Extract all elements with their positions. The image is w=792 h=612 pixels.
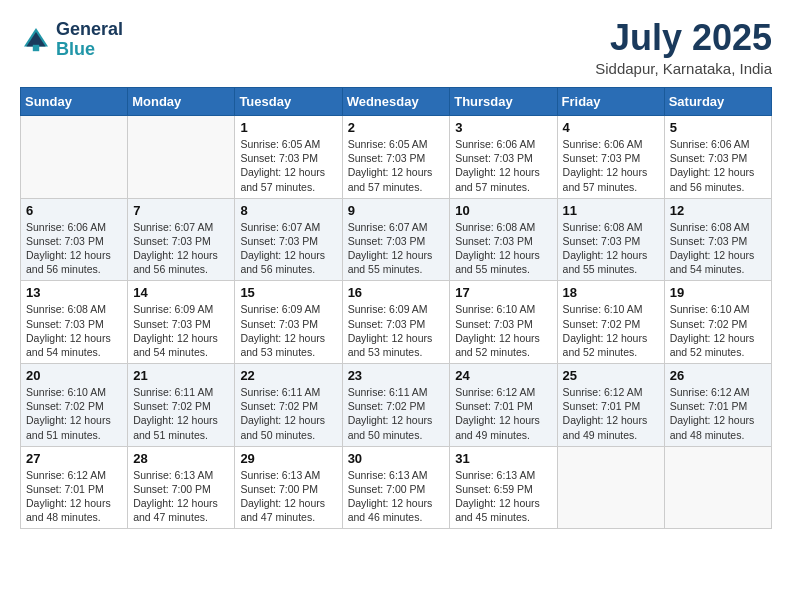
- calendar-day-header: Tuesday: [235, 88, 342, 116]
- calendar-week-row: 27Sunrise: 6:12 AM Sunset: 7:01 PM Dayli…: [21, 446, 772, 529]
- day-number: 23: [348, 368, 445, 383]
- calendar-day-cell: 18Sunrise: 6:10 AM Sunset: 7:02 PM Dayli…: [557, 281, 664, 364]
- calendar-day-cell: 31Sunrise: 6:13 AM Sunset: 6:59 PM Dayli…: [450, 446, 557, 529]
- svg-rect-2: [33, 45, 39, 51]
- calendar-day-header: Thursday: [450, 88, 557, 116]
- calendar-day-cell: 27Sunrise: 6:12 AM Sunset: 7:01 PM Dayli…: [21, 446, 128, 529]
- day-info: Sunrise: 6:08 AM Sunset: 7:03 PM Dayligh…: [670, 220, 766, 277]
- calendar-day-cell: 9Sunrise: 6:07 AM Sunset: 7:03 PM Daylig…: [342, 198, 450, 281]
- calendar-day-header: Sunday: [21, 88, 128, 116]
- calendar-day-cell: 16Sunrise: 6:09 AM Sunset: 7:03 PM Dayli…: [342, 281, 450, 364]
- day-info: Sunrise: 6:13 AM Sunset: 7:00 PM Dayligh…: [240, 468, 336, 525]
- calendar-day-cell: 14Sunrise: 6:09 AM Sunset: 7:03 PM Dayli…: [128, 281, 235, 364]
- day-info: Sunrise: 6:09 AM Sunset: 7:03 PM Dayligh…: [133, 302, 229, 359]
- day-info: Sunrise: 6:08 AM Sunset: 7:03 PM Dayligh…: [563, 220, 659, 277]
- calendar-day-cell: 15Sunrise: 6:09 AM Sunset: 7:03 PM Dayli…: [235, 281, 342, 364]
- day-info: Sunrise: 6:12 AM Sunset: 7:01 PM Dayligh…: [455, 385, 551, 442]
- calendar-day-cell: 21Sunrise: 6:11 AM Sunset: 7:02 PM Dayli…: [128, 364, 235, 447]
- calendar-week-row: 1Sunrise: 6:05 AM Sunset: 7:03 PM Daylig…: [21, 116, 772, 199]
- day-info: Sunrise: 6:10 AM Sunset: 7:03 PM Dayligh…: [455, 302, 551, 359]
- calendar-day-cell: 19Sunrise: 6:10 AM Sunset: 7:02 PM Dayli…: [664, 281, 771, 364]
- logo: General Blue: [20, 20, 123, 60]
- calendar-day-cell: [557, 446, 664, 529]
- day-info: Sunrise: 6:09 AM Sunset: 7:03 PM Dayligh…: [348, 302, 445, 359]
- calendar-day-cell: 1Sunrise: 6:05 AM Sunset: 7:03 PM Daylig…: [235, 116, 342, 199]
- day-number: 26: [670, 368, 766, 383]
- calendar-day-header: Saturday: [664, 88, 771, 116]
- calendar-header-row: SundayMondayTuesdayWednesdayThursdayFrid…: [21, 88, 772, 116]
- day-number: 1: [240, 120, 336, 135]
- day-info: Sunrise: 6:11 AM Sunset: 7:02 PM Dayligh…: [348, 385, 445, 442]
- day-number: 24: [455, 368, 551, 383]
- day-number: 17: [455, 285, 551, 300]
- month-year-title: July 2025: [595, 20, 772, 56]
- calendar-day-cell: 12Sunrise: 6:08 AM Sunset: 7:03 PM Dayli…: [664, 198, 771, 281]
- day-number: 31: [455, 451, 551, 466]
- calendar-day-cell: 17Sunrise: 6:10 AM Sunset: 7:03 PM Dayli…: [450, 281, 557, 364]
- day-number: 7: [133, 203, 229, 218]
- calendar-day-cell: 3Sunrise: 6:06 AM Sunset: 7:03 PM Daylig…: [450, 116, 557, 199]
- day-info: Sunrise: 6:07 AM Sunset: 7:03 PM Dayligh…: [240, 220, 336, 277]
- day-number: 9: [348, 203, 445, 218]
- day-number: 27: [26, 451, 122, 466]
- calendar-day-cell: 13Sunrise: 6:08 AM Sunset: 7:03 PM Dayli…: [21, 281, 128, 364]
- day-number: 20: [26, 368, 122, 383]
- calendar-day-cell: 8Sunrise: 6:07 AM Sunset: 7:03 PM Daylig…: [235, 198, 342, 281]
- day-info: Sunrise: 6:13 AM Sunset: 7:00 PM Dayligh…: [348, 468, 445, 525]
- day-number: 16: [348, 285, 445, 300]
- day-number: 3: [455, 120, 551, 135]
- day-number: 14: [133, 285, 229, 300]
- day-number: 6: [26, 203, 122, 218]
- day-info: Sunrise: 6:13 AM Sunset: 7:00 PM Dayligh…: [133, 468, 229, 525]
- day-number: 2: [348, 120, 445, 135]
- calendar-day-cell: 6Sunrise: 6:06 AM Sunset: 7:03 PM Daylig…: [21, 198, 128, 281]
- day-info: Sunrise: 6:11 AM Sunset: 7:02 PM Dayligh…: [133, 385, 229, 442]
- day-number: 22: [240, 368, 336, 383]
- day-info: Sunrise: 6:06 AM Sunset: 7:03 PM Dayligh…: [26, 220, 122, 277]
- calendar-day-cell: 4Sunrise: 6:06 AM Sunset: 7:03 PM Daylig…: [557, 116, 664, 199]
- day-info: Sunrise: 6:10 AM Sunset: 7:02 PM Dayligh…: [670, 302, 766, 359]
- calendar-day-cell: [664, 446, 771, 529]
- day-info: Sunrise: 6:13 AM Sunset: 6:59 PM Dayligh…: [455, 468, 551, 525]
- day-info: Sunrise: 6:07 AM Sunset: 7:03 PM Dayligh…: [348, 220, 445, 277]
- day-info: Sunrise: 6:06 AM Sunset: 7:03 PM Dayligh…: [563, 137, 659, 194]
- location-subtitle: Siddapur, Karnataka, India: [595, 60, 772, 77]
- day-info: Sunrise: 6:08 AM Sunset: 7:03 PM Dayligh…: [455, 220, 551, 277]
- day-number: 18: [563, 285, 659, 300]
- calendar-day-cell: 23Sunrise: 6:11 AM Sunset: 7:02 PM Dayli…: [342, 364, 450, 447]
- calendar-day-cell: 30Sunrise: 6:13 AM Sunset: 7:00 PM Dayli…: [342, 446, 450, 529]
- calendar-week-row: 20Sunrise: 6:10 AM Sunset: 7:02 PM Dayli…: [21, 364, 772, 447]
- day-info: Sunrise: 6:10 AM Sunset: 7:02 PM Dayligh…: [26, 385, 122, 442]
- calendar-week-row: 6Sunrise: 6:06 AM Sunset: 7:03 PM Daylig…: [21, 198, 772, 281]
- day-info: Sunrise: 6:12 AM Sunset: 7:01 PM Dayligh…: [563, 385, 659, 442]
- day-info: Sunrise: 6:12 AM Sunset: 7:01 PM Dayligh…: [26, 468, 122, 525]
- day-info: Sunrise: 6:11 AM Sunset: 7:02 PM Dayligh…: [240, 385, 336, 442]
- day-number: 25: [563, 368, 659, 383]
- calendar-day-header: Friday: [557, 88, 664, 116]
- calendar-day-cell: 22Sunrise: 6:11 AM Sunset: 7:02 PM Dayli…: [235, 364, 342, 447]
- title-block: July 2025 Siddapur, Karnataka, India: [595, 20, 772, 77]
- calendar-day-cell: 5Sunrise: 6:06 AM Sunset: 7:03 PM Daylig…: [664, 116, 771, 199]
- calendar-week-row: 13Sunrise: 6:08 AM Sunset: 7:03 PM Dayli…: [21, 281, 772, 364]
- calendar-day-cell: 2Sunrise: 6:05 AM Sunset: 7:03 PM Daylig…: [342, 116, 450, 199]
- day-info: Sunrise: 6:08 AM Sunset: 7:03 PM Dayligh…: [26, 302, 122, 359]
- day-info: Sunrise: 6:10 AM Sunset: 7:02 PM Dayligh…: [563, 302, 659, 359]
- calendar-table: SundayMondayTuesdayWednesdayThursdayFrid…: [20, 87, 772, 529]
- day-number: 4: [563, 120, 659, 135]
- calendar-day-cell: [128, 116, 235, 199]
- calendar-day-cell: 24Sunrise: 6:12 AM Sunset: 7:01 PM Dayli…: [450, 364, 557, 447]
- page-header: General Blue July 2025 Siddapur, Karnata…: [20, 20, 772, 77]
- calendar-day-cell: 11Sunrise: 6:08 AM Sunset: 7:03 PM Dayli…: [557, 198, 664, 281]
- calendar-day-header: Wednesday: [342, 88, 450, 116]
- day-info: Sunrise: 6:06 AM Sunset: 7:03 PM Dayligh…: [455, 137, 551, 194]
- day-number: 11: [563, 203, 659, 218]
- calendar-day-cell: 25Sunrise: 6:12 AM Sunset: 7:01 PM Dayli…: [557, 364, 664, 447]
- day-info: Sunrise: 6:07 AM Sunset: 7:03 PM Dayligh…: [133, 220, 229, 277]
- day-number: 29: [240, 451, 336, 466]
- calendar-day-cell: 20Sunrise: 6:10 AM Sunset: 7:02 PM Dayli…: [21, 364, 128, 447]
- calendar-day-cell: 28Sunrise: 6:13 AM Sunset: 7:00 PM Dayli…: [128, 446, 235, 529]
- day-info: Sunrise: 6:06 AM Sunset: 7:03 PM Dayligh…: [670, 137, 766, 194]
- day-number: 10: [455, 203, 551, 218]
- calendar-day-cell: 10Sunrise: 6:08 AM Sunset: 7:03 PM Dayli…: [450, 198, 557, 281]
- day-number: 5: [670, 120, 766, 135]
